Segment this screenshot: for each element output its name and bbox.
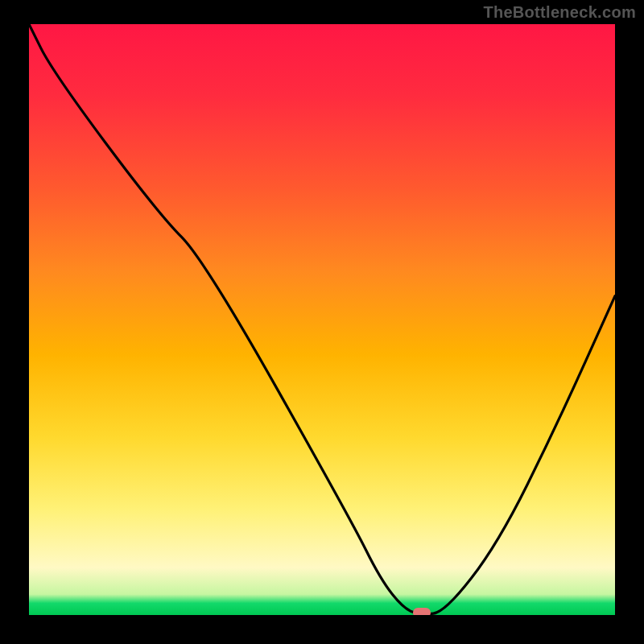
watermark-text: TheBottleneck.com — [483, 3, 636, 22]
chart-frame: TheBottleneck.com — [0, 0, 644, 644]
bottleneck-curve — [29, 24, 615, 615]
plot-area — [29, 24, 615, 615]
optimal-marker — [413, 608, 431, 615]
